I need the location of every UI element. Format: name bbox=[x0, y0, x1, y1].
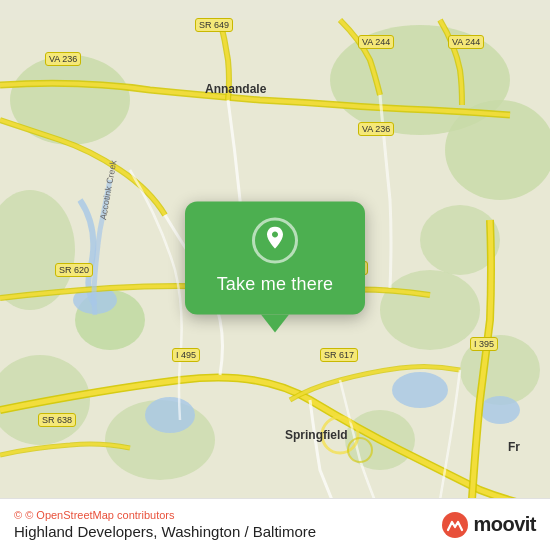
svg-point-3 bbox=[10, 55, 130, 145]
label-annandale: Annandale bbox=[205, 82, 266, 96]
svg-point-5 bbox=[75, 290, 145, 350]
popup-label: Take me there bbox=[217, 274, 334, 295]
label-sr638: SR 638 bbox=[38, 413, 76, 427]
svg-point-10 bbox=[0, 355, 90, 445]
label-va236-2: VA 236 bbox=[358, 122, 394, 136]
bottom-info: © © OpenStreetMap contributors Highland … bbox=[14, 509, 316, 540]
moovit-icon bbox=[441, 511, 469, 539]
osm-copyright: © bbox=[14, 509, 22, 521]
popup-card[interactable]: Take me there bbox=[185, 202, 365, 315]
svg-point-2 bbox=[445, 100, 550, 200]
label-sr617: SR 617 bbox=[320, 348, 358, 362]
label-va236-1: VA 236 bbox=[45, 52, 81, 66]
svg-point-11 bbox=[345, 410, 415, 470]
svg-point-1 bbox=[330, 25, 510, 135]
label-i395: I 395 bbox=[470, 337, 498, 351]
svg-point-9 bbox=[105, 400, 215, 480]
svg-point-16 bbox=[322, 417, 358, 453]
bottom-bar: © © OpenStreetMap contributors Highland … bbox=[0, 498, 550, 550]
svg-point-8 bbox=[420, 205, 500, 275]
svg-point-6 bbox=[380, 270, 480, 350]
svg-point-13 bbox=[392, 372, 448, 408]
svg-point-15 bbox=[145, 397, 195, 433]
osm-credit: © © OpenStreetMap contributors bbox=[14, 509, 316, 521]
svg-point-12 bbox=[73, 286, 117, 314]
label-va244-1: VA 244 bbox=[358, 35, 394, 49]
label-sr649: SR 649 bbox=[195, 18, 233, 32]
location-pin-icon bbox=[252, 218, 298, 264]
osm-credit-text: © OpenStreetMap contributors bbox=[25, 509, 174, 521]
svg-point-17 bbox=[348, 438, 372, 462]
label-accotink: Accotink Creek bbox=[98, 159, 118, 220]
label-sr620-1: SR 620 bbox=[55, 263, 93, 277]
map-container: VA 236 SR 649 VA 244 VA 244 Annandale VA… bbox=[0, 0, 550, 550]
svg-point-7 bbox=[460, 335, 540, 405]
label-springfield: Springfield bbox=[285, 428, 348, 442]
svg-point-14 bbox=[480, 396, 520, 424]
svg-point-4 bbox=[0, 190, 75, 310]
moovit-logo: moovit bbox=[441, 511, 536, 539]
location-name: Highland Developers, Washington / Baltim… bbox=[14, 523, 316, 540]
label-fr: Fr bbox=[508, 440, 520, 454]
label-i495: I 495 bbox=[172, 348, 200, 362]
moovit-text: moovit bbox=[473, 513, 536, 536]
label-va244-2: VA 244 bbox=[448, 35, 484, 49]
